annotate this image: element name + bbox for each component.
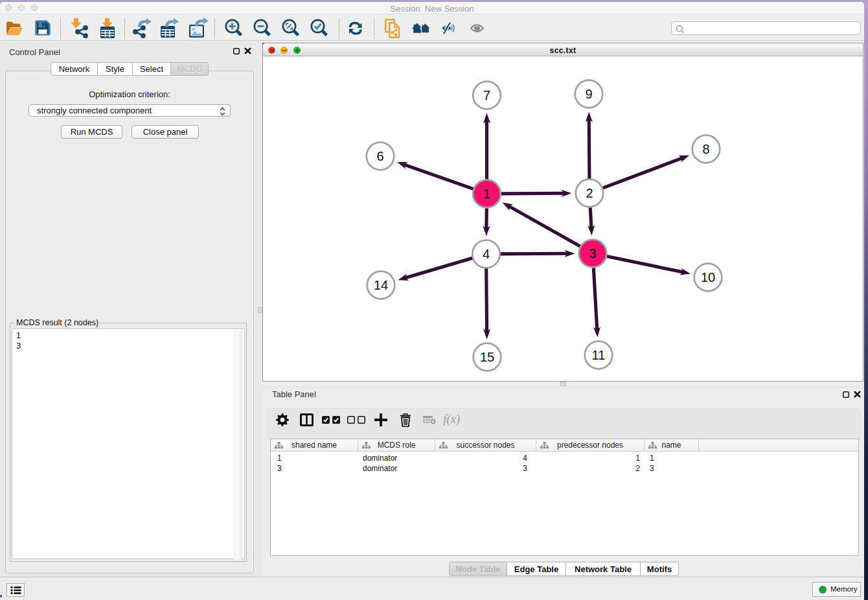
- svg-text:11: 11: [592, 348, 606, 362]
- svg-text:9: 9: [585, 87, 592, 101]
- svg-text:6: 6: [376, 149, 383, 163]
- svg-text:10: 10: [701, 270, 715, 284]
- svg-text:3: 3: [589, 246, 596, 260]
- svg-text:14: 14: [374, 278, 388, 292]
- svg-text:1: 1: [483, 187, 490, 201]
- svg-text:8: 8: [702, 142, 709, 156]
- svg-text:4: 4: [483, 247, 490, 261]
- svg-text:f(x): f(x): [443, 413, 460, 426]
- svg-text:7: 7: [483, 88, 490, 102]
- svg-text:15: 15: [480, 350, 494, 364]
- svg-text:2: 2: [586, 186, 593, 200]
